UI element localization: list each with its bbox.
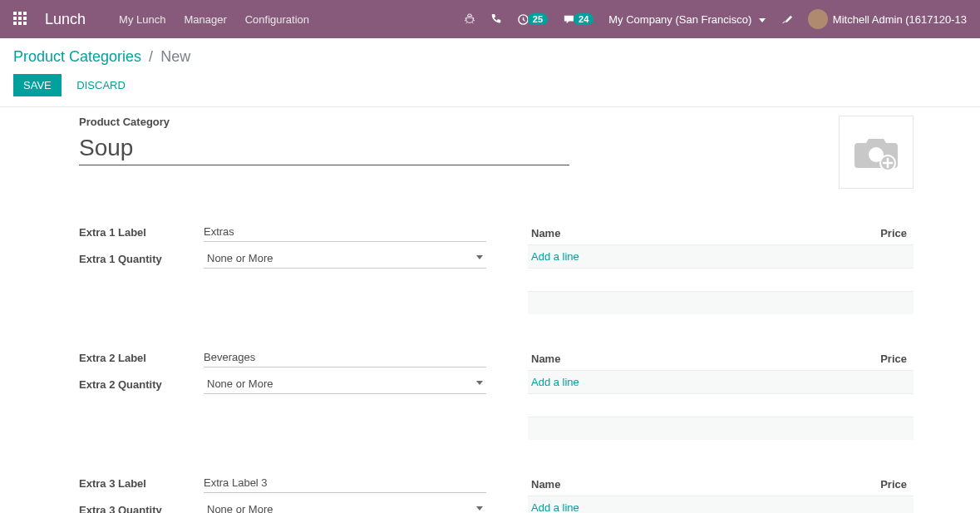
grid2-rows: Add a line — [528, 370, 914, 440]
extra1-label-input[interactable] — [204, 222, 486, 242]
table-row: Add a line — [528, 370, 914, 393]
table-row — [528, 268, 914, 291]
nav-right: 25 24 My Company (San Francisco) Mitchel… — [464, 9, 967, 29]
extra1-qty-label: Extra 1 Quantity — [79, 253, 204, 265]
grid-col-price: Price — [857, 353, 907, 365]
nav-configuration[interactable]: Configuration — [245, 13, 309, 26]
product-category-name-input[interactable] — [79, 131, 569, 165]
table-row — [528, 393, 914, 417]
activities-badge: 25 — [528, 13, 548, 25]
bug-icon[interactable] — [464, 13, 475, 25]
grid-col-name: Name — [531, 478, 857, 491]
breadcrumb-sep: / — [149, 48, 153, 65]
company-name: My Company (San Francisco) — [608, 13, 751, 26]
extra2-qty-label: Extra 2 Quantity — [79, 378, 204, 391]
user-name: Mitchell Admin (1617120-13 — [833, 13, 967, 26]
extra1-label-label: Extra 1 Label — [79, 226, 204, 239]
company-switcher[interactable]: My Company (San Francisco) — [608, 13, 766, 26]
extra2-qty-select[interactable] — [204, 374, 486, 394]
grid1-rows: Add a line — [528, 244, 914, 314]
grid-col-name: Name — [531, 353, 857, 365]
title-label: Product Category — [79, 116, 839, 128]
add-line-link[interactable]: Add a line — [531, 501, 579, 513]
breadcrumb: Product Categories / New — [13, 48, 967, 66]
grid-col-price: Price — [857, 227, 907, 239]
caret-down-icon — [759, 18, 766, 22]
user-menu[interactable]: Mitchell Admin (1617120-13 — [808, 9, 967, 29]
top-navbar: Lunch My Lunch Manager Configuration 25 … — [0, 0, 980, 38]
table-row — [528, 417, 914, 440]
nav-manager[interactable]: Manager — [184, 13, 226, 26]
table-row: Add a line — [528, 244, 914, 268]
nav-my-lunch[interactable]: My Lunch — [119, 13, 165, 26]
grid-col-price: Price — [857, 478, 907, 491]
extra3-label-input[interactable] — [204, 473, 486, 493]
apps-icon[interactable] — [13, 12, 28, 27]
discard-button[interactable]: DISCARD — [76, 79, 126, 91]
app-brand[interactable]: Lunch — [45, 11, 86, 28]
extra1-qty-select[interactable] — [204, 249, 486, 269]
activities-icon[interactable]: 25 — [517, 13, 548, 26]
save-button[interactable]: SAVE — [13, 74, 62, 96]
messages-icon[interactable]: 24 — [563, 13, 593, 26]
phone-icon[interactable] — [490, 13, 502, 25]
grid3-rows: Add a line — [528, 496, 914, 513]
add-line-link[interactable]: Add a line — [531, 250, 579, 263]
add-line-link[interactable]: Add a line — [531, 376, 579, 388]
grid2-header: Name Price — [528, 348, 914, 370]
avatar — [808, 9, 828, 29]
breadcrumb-current: New — [160, 48, 190, 65]
extra3-label-label: Extra 3 Label — [79, 477, 204, 490]
table-row: Add a line — [528, 496, 914, 513]
messages-badge: 24 — [574, 13, 593, 25]
extra3-qty-select[interactable] — [204, 500, 486, 513]
grid1-header: Name Price — [528, 222, 914, 244]
grid3-header: Name Price — [528, 473, 914, 496]
table-row — [528, 291, 914, 314]
extra2-label-input[interactable] — [204, 348, 486, 367]
nav-links: My Lunch Manager Configuration — [119, 13, 309, 26]
extra3-qty-label: Extra 3 Quantity — [79, 504, 204, 514]
image-placeholder[interactable] — [839, 116, 914, 189]
extra2-label-label: Extra 2 Label — [79, 352, 204, 364]
camera-add-icon — [851, 131, 901, 173]
tools-icon[interactable] — [781, 13, 793, 26]
breadcrumb-parent[interactable]: Product Categories — [13, 48, 141, 65]
grid-col-name: Name — [531, 227, 857, 239]
